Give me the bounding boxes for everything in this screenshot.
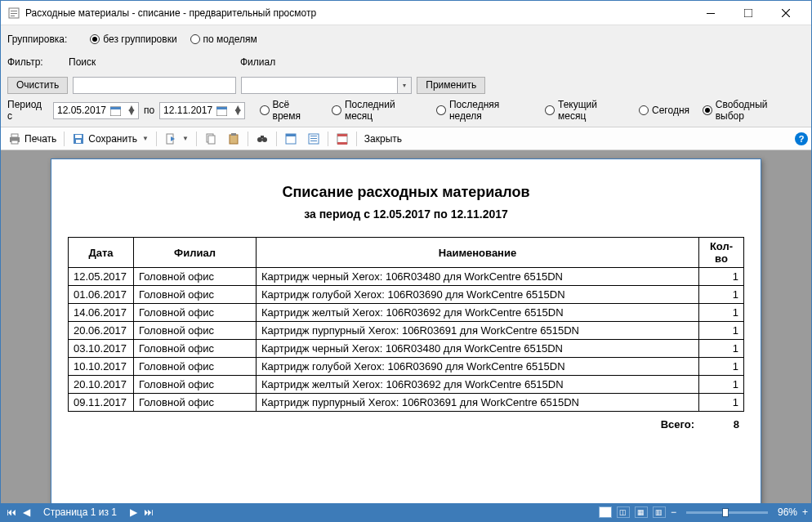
view-mode-3[interactable]: ▦ <box>635 506 648 518</box>
page-indicator: Страница 1 из 1 <box>43 506 117 518</box>
nav-last-button[interactable]: ⏭ <box>141 506 156 518</box>
table-row: 20.10.2017Головной офисКартридж желтый X… <box>69 376 744 394</box>
radio-period-lastmonth[interactable]: Последний месяц <box>332 99 423 122</box>
col-date: Дата <box>69 238 134 268</box>
branch-label: Филиал <box>240 56 275 68</box>
period-label: Период с <box>7 99 48 122</box>
radio-group-model[interactable]: по моделям <box>190 33 257 45</box>
table-row: 03.10.2017Головной офисКартридж черный X… <box>69 340 744 358</box>
spinner-icon[interactable]: ▲▼ <box>127 106 136 114</box>
clipboard-icon <box>227 132 240 145</box>
svg-rect-4 <box>707 13 715 14</box>
svg-rect-32 <box>337 142 347 145</box>
svg-rect-12 <box>11 141 18 144</box>
svg-rect-29 <box>310 141 317 141</box>
svg-rect-9 <box>216 107 227 109</box>
group-label: Группировка: <box>7 33 67 45</box>
date-from-input[interactable]: 12.05.2017 ▲▼ <box>53 102 139 119</box>
branch-combo[interactable]: ▾ <box>241 77 412 94</box>
svg-rect-11 <box>11 134 18 137</box>
search-label: Поиск <box>69 56 240 68</box>
zoom-slider[interactable] <box>686 511 768 514</box>
svg-rect-15 <box>76 140 81 143</box>
svg-rect-2 <box>11 13 17 14</box>
statusbar: ⏮ ◀ Страница 1 из 1 ▶ ⏭ ◫ ▦ ▥ − 96% + <box>1 503 811 521</box>
svg-rect-3 <box>11 16 15 16</box>
nav-prev-button[interactable]: ◀ <box>19 506 33 518</box>
chevron-down-icon: ▼ <box>182 135 189 142</box>
close-preview-button[interactable]: Закрыть <box>360 130 406 148</box>
find-button[interactable] <box>252 130 273 148</box>
maximize-button[interactable] <box>729 1 767 25</box>
minimize-button[interactable] <box>692 1 729 25</box>
svg-rect-20 <box>231 133 236 136</box>
radio-period-today[interactable]: Сегодня <box>639 105 689 116</box>
report-title: Списание расходных материалов <box>68 184 744 201</box>
col-qty: Кол-во <box>699 238 744 268</box>
date-to-input[interactable]: 12.11.2017 ▲▼ <box>159 102 245 119</box>
svg-rect-25 <box>286 134 296 136</box>
report-page: Списание расходных материалов за период … <box>51 158 761 503</box>
view-mode-2[interactable]: ◫ <box>617 506 630 518</box>
radio-period-all[interactable]: Всё время <box>260 99 319 122</box>
zoom-in-button[interactable]: + <box>802 506 808 518</box>
svg-rect-14 <box>75 135 82 138</box>
save-icon <box>72 132 85 145</box>
titlebar: Расходные материалы - списание - предвар… <box>1 1 811 25</box>
view-single-button[interactable] <box>280 130 301 148</box>
calendar-icon <box>216 105 228 117</box>
window-title: Расходные материалы - списание - предвар… <box>25 7 692 19</box>
period-to-label: по <box>144 105 154 116</box>
svg-rect-7 <box>110 107 121 109</box>
svg-rect-1 <box>11 11 17 11</box>
zoom-out-button[interactable]: − <box>671 506 676 518</box>
col-branch: Филиал <box>134 238 257 268</box>
radio-period-lastweek[interactable]: Последняя неделя <box>436 99 532 122</box>
view-mode-4[interactable]: ▥ <box>653 506 666 518</box>
zoom-value: 96% <box>778 506 797 518</box>
radio-group-none[interactable]: без группировки <box>90 33 176 45</box>
apply-button[interactable]: Применить <box>417 77 485 94</box>
svg-rect-31 <box>337 134 347 136</box>
binoculars-icon <box>256 132 269 145</box>
view-mode-1[interactable] <box>599 506 612 518</box>
report-subtitle: за период с 12.05.2017 по 12.11.2017 <box>68 207 744 221</box>
svg-rect-28 <box>310 138 317 139</box>
radio-period-curmonth[interactable]: Текущий месяц <box>545 99 626 122</box>
table-row: 12.05.2017Головной офисКартридж черный X… <box>69 268 744 286</box>
page-continuous-icon <box>307 132 320 145</box>
radio-period-free[interactable]: Свободный выбор <box>703 99 796 122</box>
help-icon[interactable]: ? <box>795 132 808 145</box>
report-table: Дата Филиал Наименование Кол-во 12.05.20… <box>68 237 744 412</box>
nav-next-button[interactable]: ▶ <box>127 506 141 518</box>
nav-first-button[interactable]: ⏮ <box>4 506 19 518</box>
calendar-icon <box>109 105 122 117</box>
svg-rect-18 <box>208 136 215 144</box>
clear-button[interactable]: Очистить <box>7 77 68 94</box>
table-row: 01.06.2017Головной офисКартридж голубой … <box>69 286 744 304</box>
table-row: 20.06.2017Головной офисКартридж пурпурны… <box>69 322 744 340</box>
spinner-icon[interactable]: ▲▼ <box>233 106 243 114</box>
close-button[interactable] <box>767 1 805 25</box>
export-button[interactable]: ▼ <box>160 130 193 148</box>
print-button[interactable]: Печать <box>4 130 60 148</box>
table-row: 10.10.2017Головной офисКартридж голубой … <box>69 358 744 376</box>
table-row: 14.06.2017Головной офисКартридж желтый X… <box>69 304 744 322</box>
save-button[interactable]: Сохранить ▼ <box>68 130 153 148</box>
page-setup-button[interactable] <box>332 130 353 148</box>
copy-icon <box>204 132 217 145</box>
page-setup-icon <box>336 132 349 145</box>
toolbar: Печать Сохранить ▼ ▼ Закрыть ? <box>1 127 811 150</box>
total-value: 8 <box>699 413 744 433</box>
paste-button[interactable] <box>223 130 244 148</box>
col-name: Наименование <box>257 238 699 268</box>
svg-rect-5 <box>744 9 752 17</box>
copy-button[interactable] <box>200 130 221 148</box>
print-icon <box>8 132 21 145</box>
app-icon <box>7 7 20 20</box>
search-input[interactable] <box>73 77 236 94</box>
table-row: 09.11.2017Головной офисКартридж пурпурны… <box>69 394 744 412</box>
preview-area[interactable]: Списание расходных материалов за период … <box>1 150 811 503</box>
view-continuous-button[interactable] <box>303 130 324 148</box>
svg-rect-23 <box>261 136 264 138</box>
